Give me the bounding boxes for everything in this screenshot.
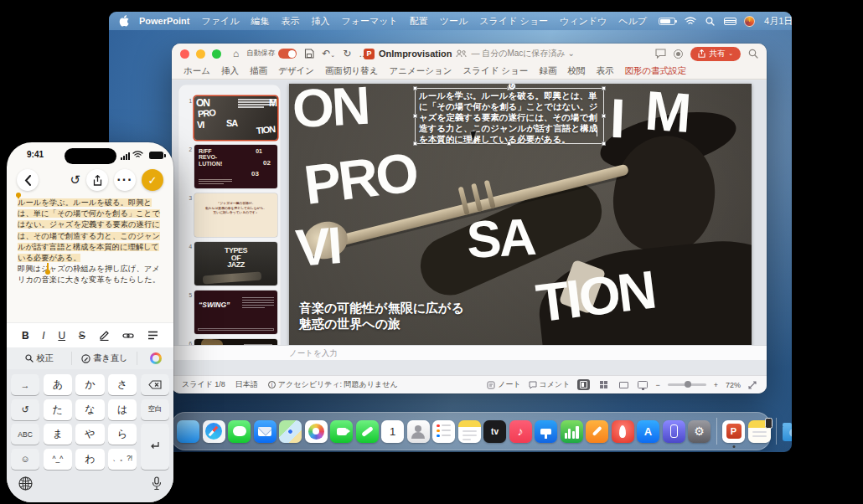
slide-textbox-text[interactable]: ルールを学ぶ。ルールを破る。即興とは、単に「その場で何かを創る」ことではない。ジ… <box>419 90 600 145</box>
slide-thumbnail-3[interactable]: 「ジャズは一種の言語だ。 私たちは楽器の音を声として出しながら、 互いに話し合っ… <box>194 193 277 237</box>
italic-button[interactable]: I <box>42 330 44 342</box>
key-ka[interactable]: か <box>75 374 104 395</box>
zoom-slider[interactable] <box>668 383 706 386</box>
key-ha[interactable]: は <box>108 399 137 420</box>
strikethrough-button[interactable]: S <box>79 330 85 342</box>
menu-item-edit[interactable]: 編集 <box>251 15 270 28</box>
dictation-mic-icon[interactable] <box>152 476 162 491</box>
dock-system-settings[interactable]: ⚙ <box>688 420 711 443</box>
menu-item-arrange[interactable]: 配置 <box>410 15 428 28</box>
link-icon[interactable] <box>122 331 134 341</box>
tab-shape-format[interactable]: 図形の書式設定 <box>624 65 686 77</box>
home-icon[interactable]: ⌂ <box>233 48 239 59</box>
key-cursor-right[interactable]: → <box>11 374 39 395</box>
selection-handle[interactable] <box>602 86 606 90</box>
close-window-button[interactable] <box>180 49 189 59</box>
save-status[interactable]: — 自分のMacに保存済み ⌄ <box>471 48 575 59</box>
zoom-percentage[interactable]: 72% <box>726 381 741 389</box>
normal-view-button[interactable] <box>577 379 590 390</box>
notes-pane[interactable]: ノートを入力 <box>172 345 767 360</box>
menu-item-help[interactable]: ヘルプ <box>618 15 647 28</box>
comments-icon[interactable] <box>655 49 666 59</box>
slide-thumbnail-2[interactable]: R/FF REVO- LUTION! 01 02 03 <box>194 145 277 188</box>
menu-item-file[interactable]: ファイル <box>202 15 240 28</box>
bold-button[interactable]: B <box>22 330 29 342</box>
share-icon[interactable] <box>86 169 108 191</box>
selection-handle[interactable] <box>507 141 511 146</box>
proofread-button[interactable]: 校正 <box>7 352 71 365</box>
note-paragraph[interactable]: 即興はジャズの枠組みを押し広げ、アメリカの音楽に大きな変革をもたらした。 <box>18 264 165 285</box>
selection-handle[interactable] <box>413 86 417 90</box>
dock-reminders[interactable] <box>432 420 455 443</box>
key-ma[interactable]: ま <box>44 424 72 445</box>
thumbnail-row-5[interactable]: 5 “SWING” <box>182 291 277 334</box>
slide-letter-tion[interactable]: TION <box>534 268 656 326</box>
control-center-icon[interactable] <box>724 18 735 25</box>
tab-home[interactable]: ホーム <box>183 65 210 77</box>
spotlight-search-icon[interactable] <box>705 17 715 26</box>
slide-sorter-view-button[interactable] <box>597 379 610 390</box>
more-options-button[interactable]: ··· <box>114 169 136 191</box>
dock-safari[interactable] <box>203 420 225 443</box>
menu-bar-clock[interactable]: 4月1日(火) 9:41 <box>764 15 792 28</box>
key-punctuation[interactable]: 、。?! <box>108 449 137 470</box>
battery-icon[interactable] <box>659 18 675 25</box>
dock-notes[interactable] <box>458 420 481 443</box>
search-icon[interactable] <box>748 49 758 59</box>
key-return-icon[interactable] <box>141 424 169 470</box>
thumbnail-row-1[interactable]: 1 ON M PRO VI SA TION <box>182 96 277 140</box>
comments-button[interactable]: コメント <box>529 379 571 390</box>
slide-letter-on[interactable]: ON <box>292 84 369 131</box>
apple-intelligence-icon[interactable] <box>137 352 173 365</box>
share-button[interactable]: 共有 ⌄ <box>690 47 741 61</box>
menu-item-powerpoint[interactable]: PowerPoint <box>139 16 190 26</box>
dock-phone[interactable] <box>356 420 379 443</box>
notes-button[interactable]: ノート <box>487 379 520 390</box>
document-title[interactable]: OnImprovisation <box>379 49 452 59</box>
minimize-window-button[interactable] <box>196 49 205 59</box>
underline-button[interactable]: U <box>58 330 65 342</box>
thumbnail-row-3[interactable]: 3 「ジャズは一種の言語だ。 私たちは楽器の音を声として出しながら、 互いに話し… <box>182 193 277 237</box>
key-ya[interactable]: や <box>75 424 104 445</box>
key-ra[interactable]: ら <box>108 424 137 445</box>
slide-thumbnail-4[interactable]: TYPES OF JAZZ <box>194 242 277 285</box>
tab-animations[interactable]: アニメーション <box>389 65 452 77</box>
notes-placeholder[interactable]: ノートを入力 <box>289 348 338 359</box>
dock-numbers[interactable] <box>561 420 583 443</box>
back-button[interactable] <box>17 169 39 191</box>
menu-item-slideshow[interactable]: スライド ショー <box>479 15 548 28</box>
wifi-icon[interactable] <box>685 17 696 25</box>
dock-music[interactable]: ♪ <box>509 420 532 443</box>
redo-button[interactable]: ↻ <box>343 48 351 59</box>
slide-letter-sa[interactable]: SA <box>466 216 535 262</box>
reading-view-button[interactable] <box>618 379 630 390</box>
slide-textbox-selected[interactable]: ルールを学ぶ。ルールを破る。即興とは、単に「その場で何かを創る」ことではない。ジ… <box>415 88 604 144</box>
key-kaomoji[interactable]: ^_^ <box>44 449 72 470</box>
slide-letter-vi[interactable]: VI <box>294 224 341 270</box>
tab-design[interactable]: デザイン <box>278 65 314 77</box>
slide-subtitle[interactable]: 音楽の可能性が無限に広がる 魅惑の世界への旅 <box>299 300 464 332</box>
menu-item-window[interactable]: ウィンドウ <box>560 15 607 28</box>
key-sa[interactable]: さ <box>108 374 137 395</box>
accessibility-status[interactable]: アクセシビリティ: 問題ありません <box>278 379 398 390</box>
selection-handle[interactable] <box>602 114 606 118</box>
slide-thumbnail-panel[interactable]: 1 ON M PRO VI SA TION 2 <box>178 85 281 357</box>
tab-record[interactable]: 録画 <box>539 65 556 77</box>
presenter-view-icon[interactable] <box>638 381 648 388</box>
dock-keynote[interactable] <box>535 420 557 443</box>
dock-iphone-notes-app[interactable] <box>748 420 771 443</box>
dock-messages[interactable] <box>228 420 251 443</box>
zoom-out-button[interactable]: − <box>655 381 659 389</box>
dock-mail[interactable] <box>254 420 276 443</box>
dock-appletv[interactable]: tv <box>483 420 506 443</box>
selection-handle[interactable] <box>602 141 606 146</box>
slide-thumbnail-1[interactable]: ON M PRO VI SA TION <box>194 96 277 140</box>
selected-note-text[interactable]: ルールを学ぶ。ルールを破る。即興とは、単に「その場で何かを創る」ことではない。ジ… <box>18 198 160 262</box>
menu-item-tools[interactable]: ツール <box>440 15 468 28</box>
dock-facetime[interactable] <box>330 420 353 443</box>
thumbnail-row-2[interactable]: 2 R/FF REVO- LUTION! 01 02 03 <box>182 145 277 188</box>
tab-review[interactable]: 校閲 <box>567 65 585 77</box>
highlighter-icon[interactable] <box>99 330 110 341</box>
tab-slideshow[interactable]: スライド ショー <box>463 65 528 77</box>
dock-photos[interactable] <box>305 420 328 443</box>
